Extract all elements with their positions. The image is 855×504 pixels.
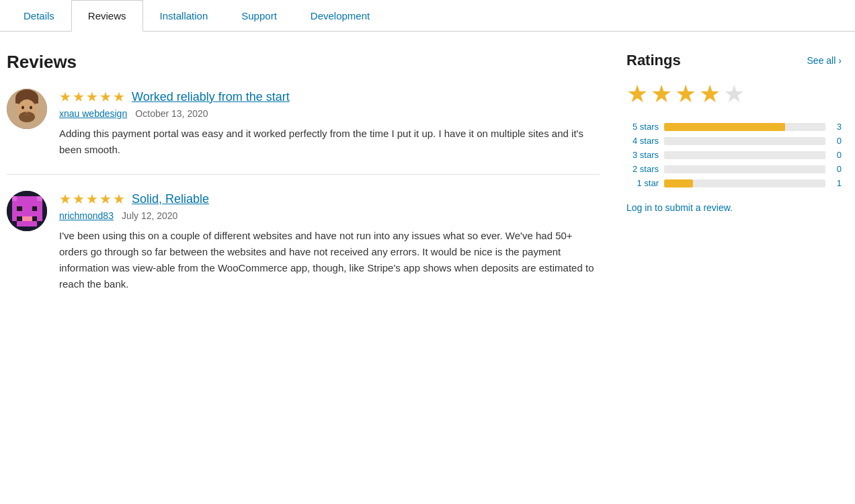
review-title[interactable]: Solid, Reliable [132, 192, 209, 206]
svg-rect-15 [32, 216, 38, 222]
tab-reviews[interactable]: Reviews [71, 0, 143, 32]
overall-star-icon: ★ [626, 80, 648, 108]
bar-count: 1 [831, 178, 842, 188]
svg-point-5 [22, 106, 24, 110]
star-icon: ★ [113, 191, 125, 207]
svg-rect-16 [22, 216, 32, 222]
tab-support[interactable]: Support [225, 0, 294, 32]
svg-point-6 [30, 106, 32, 110]
svg-point-4 [19, 112, 35, 122]
svg-rect-9 [17, 196, 37, 202]
svg-rect-11 [17, 221, 37, 226]
avatar-image [7, 191, 47, 231]
chevron-right-icon: › [838, 55, 842, 66]
overall-rating-stars: ★★★★★ [626, 80, 842, 108]
svg-point-7 [26, 111, 28, 113]
reviews-title: Reviews [7, 52, 600, 73]
ratings-title: Ratings [626, 52, 681, 69]
rating-bar-row: 5 stars3 [626, 122, 842, 132]
ratings-sidebar: Ratings See all › ★★★★★ 5 stars34 stars0… [626, 52, 842, 325]
review-body: I've been using this on a couple of diff… [59, 228, 600, 292]
avatar-image [7, 89, 47, 129]
see-all-link[interactable]: See all › [807, 55, 842, 66]
reviewer-name[interactable]: xnau webdesign [59, 108, 127, 119]
bar-track [664, 179, 825, 187]
bar-track [664, 123, 825, 131]
review-content: ★★★★★ Solid, Reliable nrichmond83 July 1… [59, 191, 600, 292]
review-header: ★★★★★ Solid, Reliable [59, 191, 600, 207]
bar-track [664, 165, 825, 173]
review-item: ★★★★★ Solid, Reliable nrichmond83 July 1… [7, 191, 600, 308]
bar-count: 0 [831, 164, 842, 174]
reviewer-date: July 12, 2020 [122, 210, 177, 221]
rating-bar-label[interactable]: 5 stars [626, 122, 659, 132]
bar-fill [664, 123, 785, 131]
svg-rect-13 [32, 206, 38, 212]
review-content: ★★★★★ Worked reliably from the start xna… [59, 89, 600, 158]
svg-rect-14 [17, 216, 22, 222]
bar-count: 0 [831, 150, 842, 160]
star-icon: ★ [99, 191, 112, 207]
rating-bar-label[interactable]: 1 star [626, 178, 659, 188]
overall-star-icon: ★ [651, 80, 672, 108]
rating-bar-row: 4 stars0 [626, 136, 842, 146]
tabs-nav: DetailsReviewsInstallationSupportDevelop… [0, 0, 855, 32]
star-icon: ★ [59, 191, 71, 207]
star-icon: ★ [59, 89, 71, 105]
bar-fill [664, 179, 693, 187]
rating-bar-row: 1 star1 [626, 178, 842, 188]
bar-count: 3 [831, 122, 842, 132]
svg-rect-12 [17, 206, 22, 212]
star-icon: ★ [73, 89, 85, 105]
review-body: Adding this payment portal was easy and … [59, 126, 600, 158]
review-header: ★★★★★ Worked reliably from the start [59, 89, 600, 105]
bar-count: 0 [831, 136, 842, 146]
login-to-review-link[interactable]: Log in to submit a review. [626, 202, 733, 213]
rating-bar-label[interactable]: 2 stars [626, 164, 659, 174]
tab-details[interactable]: Details [7, 0, 71, 32]
tab-installation[interactable]: Installation [143, 0, 225, 32]
overall-star-icon: ★ [675, 80, 696, 108]
star-icon: ★ [73, 191, 85, 207]
avatar [7, 89, 47, 129]
rating-bar-row: 2 stars0 [626, 164, 842, 174]
rating-bar-label[interactable]: 3 stars [626, 150, 659, 160]
rating-bar-label[interactable]: 4 stars [626, 136, 659, 146]
review-item: ★★★★★ Worked reliably from the start xna… [7, 89, 600, 175]
reviews-section: Reviews [7, 52, 600, 325]
star-icon: ★ [86, 89, 98, 105]
overall-star-icon: ★ [723, 80, 745, 108]
star-icon: ★ [86, 191, 98, 207]
avatar [7, 191, 47, 231]
review-title[interactable]: Worked reliably from the start [132, 90, 290, 104]
svg-rect-17 [12, 196, 17, 202]
review-meta: xnau webdesign October 13, 2020 [59, 108, 600, 119]
star-icon: ★ [99, 89, 112, 105]
review-stars: ★★★★★ [59, 191, 125, 207]
see-all-label: See all [807, 55, 836, 66]
overall-star-icon: ★ [699, 80, 721, 108]
star-icon: ★ [113, 89, 125, 105]
bar-track [664, 151, 825, 159]
rating-bars: 5 stars34 stars03 stars02 stars01 star1 [626, 122, 842, 188]
review-stars: ★★★★★ [59, 89, 125, 105]
svg-rect-18 [37, 196, 42, 202]
reviewer-name[interactable]: nrichmond83 [59, 210, 114, 221]
review-meta: nrichmond83 July 12, 2020 [59, 210, 600, 221]
reviewer-date: October 13, 2020 [135, 108, 208, 119]
tab-development[interactable]: Development [294, 0, 386, 32]
bar-track [664, 137, 825, 145]
rating-bar-row: 3 stars0 [626, 150, 842, 160]
